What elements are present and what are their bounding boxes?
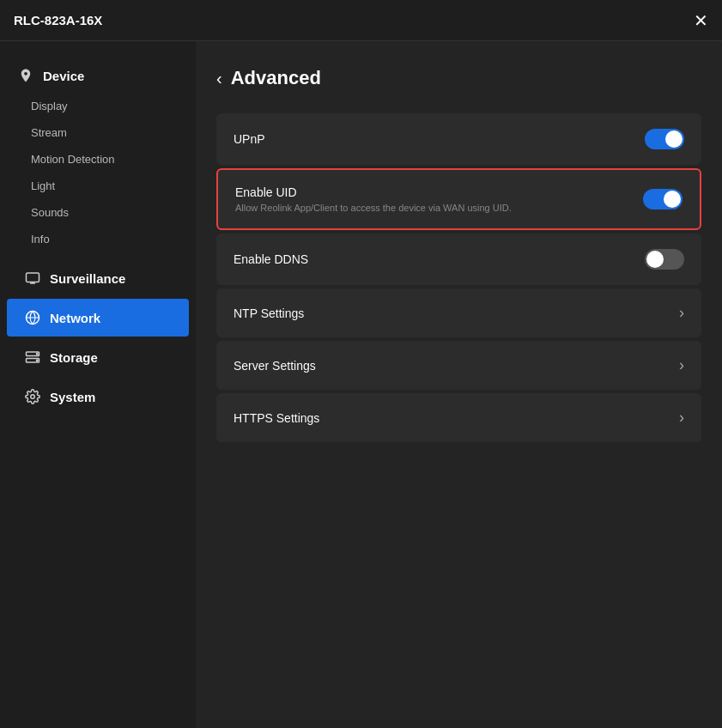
sidebar-item-storage[interactable]: Storage (7, 338, 189, 376)
svg-rect-0 (27, 273, 39, 282)
ddns-toggle[interactable] (645, 249, 684, 270)
sidebar-item-system[interactable]: System (7, 378, 189, 416)
settings-item-enable-uid: Enable UID Allow Reolink App/Client to a… (216, 168, 701, 230)
ntp-chevron-icon: › (679, 304, 684, 322)
surveillance-icon (24, 270, 41, 287)
camera-icon (17, 67, 34, 84)
window-title: RLC-823A-16X (14, 13, 102, 27)
sidebar-storage-label: Storage (50, 350, 98, 365)
settings-item-https[interactable]: HTTPS Settings › (216, 393, 701, 442)
uid-toggle[interactable] (643, 189, 683, 209)
ddns-toggle-knob (646, 251, 664, 268)
sidebar-system-label: System (50, 390, 95, 404)
settings-item-enable-ddns: Enable DDNS (216, 234, 701, 285)
sidebar: Device Display Stream Motion Detection L… (0, 41, 196, 728)
upnp-toggle[interactable] (645, 129, 684, 149)
page-header: ‹ Advanced (216, 67, 701, 89)
https-chevron-icon: › (679, 409, 684, 427)
upnp-toggle-knob (665, 130, 683, 148)
sidebar-device-label: Device (43, 69, 84, 83)
sidebar-item-info[interactable]: Info (17, 226, 196, 252)
settings-item-upnp-left: UPnP (234, 132, 265, 146)
main-content: ‹ Advanced UPnP Enable UID Allow Reolink… (196, 41, 722, 728)
sidebar-section-device: Device Display Stream Motion Detection L… (0, 58, 196, 252)
ddns-label: Enable DDNS (234, 252, 308, 266)
uid-label: Enable UID (235, 185, 512, 199)
back-button[interactable]: ‹ (216, 69, 222, 88)
storage-icon (24, 349, 41, 366)
settings-item-ntp-left: NTP Settings (234, 306, 304, 320)
sidebar-item-motion-detection[interactable]: Motion Detection (17, 146, 196, 173)
sidebar-item-surveillance[interactable]: Surveillance (7, 259, 189, 297)
sidebar-device-subitems: Display Stream Motion Detection Light So… (0, 93, 196, 252)
uid-desc: Allow Reolink App/Client to access the d… (235, 203, 512, 213)
settings-item-server[interactable]: Server Settings › (216, 341, 701, 390)
svg-point-6 (31, 395, 35, 399)
settings-item-server-left: Server Settings (234, 359, 316, 373)
network-icon (24, 309, 41, 326)
uid-toggle-knob (664, 191, 681, 208)
system-icon (24, 388, 41, 405)
sidebar-item-stream[interactable]: Stream (17, 119, 196, 146)
settings-item-https-left: HTTPS Settings (234, 411, 319, 425)
sidebar-section-device-header[interactable]: Device (0, 58, 196, 93)
settings-item-ntp[interactable]: NTP Settings › (216, 288, 701, 337)
svg-point-5 (37, 360, 39, 361)
settings-item-ddns-left: Enable DDNS (234, 252, 308, 266)
settings-item-uid-left: Enable UID Allow Reolink App/Client to a… (235, 185, 512, 213)
sidebar-network-label: Network (50, 311, 100, 325)
app-layout: Device Display Stream Motion Detection L… (0, 41, 722, 728)
upnp-label: UPnP (234, 132, 265, 146)
server-chevron-icon: › (679, 356, 684, 374)
sidebar-item-light[interactable]: Light (17, 173, 196, 199)
close-button[interactable]: ✕ (694, 10, 708, 31)
ntp-label: NTP Settings (234, 306, 304, 320)
title-bar: RLC-823A-16X ✕ (0, 0, 722, 41)
sidebar-item-sounds[interactable]: Sounds (17, 199, 196, 226)
svg-point-4 (37, 354, 39, 355)
page-title: Advanced (231, 67, 321, 89)
sidebar-item-network[interactable]: Network (7, 299, 189, 337)
https-label: HTTPS Settings (234, 411, 319, 425)
sidebar-surveillance-label: Surveillance (50, 271, 125, 286)
server-label: Server Settings (234, 359, 316, 373)
settings-item-upnp: UPnP (216, 113, 701, 165)
sidebar-item-display[interactable]: Display (17, 93, 196, 119)
